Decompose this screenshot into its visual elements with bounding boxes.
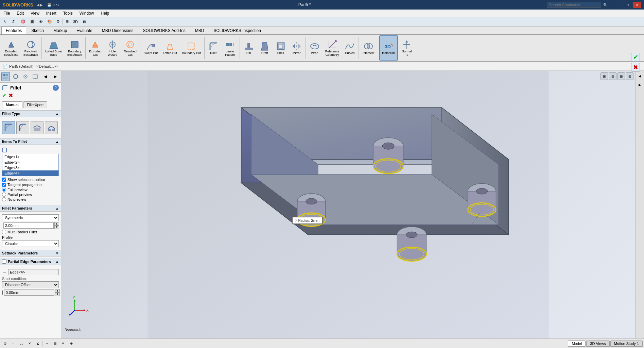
setback-parameters-section-header[interactable]: Setback Parameters ▼ (0, 250, 61, 256)
edge-list-item-1[interactable]: Edge<1> (2, 154, 58, 160)
fillet-parameters-section-header[interactable]: Fillet Parameters ▲ (0, 205, 61, 212)
minimize-button[interactable]: ─ (614, 2, 622, 8)
edge-list-item-4[interactable]: Edge<4> (2, 170, 58, 176)
another-btn-3[interactable]: ≡ (59, 340, 67, 347)
instant3d-button[interactable]: 3D Instant3D (379, 35, 398, 61)
radius-up-button[interactable]: ▲ (54, 222, 59, 226)
motion-study-1-tab[interactable]: Motion Study 1 (610, 341, 643, 347)
search-input[interactable] (547, 2, 601, 8)
intersect-button[interactable]: Intersect (360, 35, 377, 61)
maximize-button[interactable]: □ (624, 2, 632, 8)
toolbar-quick-access[interactable]: ◀ ▶ 💾 ↩ ↪ (37, 2, 59, 7)
section-view-btn[interactable]: ⊞ (64, 19, 70, 24)
menu-edit[interactable]: Edit (13, 10, 27, 16)
tab-mbd-dimensions[interactable]: MBD Dimensions (98, 27, 138, 34)
feature-manager-icon[interactable] (1, 72, 10, 81)
draft-button[interactable]: Draft (257, 35, 273, 61)
arc-btn[interactable]: ◡ (18, 340, 25, 347)
fillet-help-button[interactable]: ? (53, 85, 59, 91)
menu-insert[interactable]: Insert (43, 10, 60, 16)
multi-radius-checkbox[interactable] (2, 230, 6, 234)
right-panel-icon-1[interactable]: ◀ (636, 72, 644, 80)
config-manager-icon[interactable] (21, 72, 30, 81)
show-selection-toolbar-checkbox[interactable] (2, 178, 6, 182)
another-btn-2[interactable]: ⊞ (51, 340, 59, 347)
rib-button[interactable]: Rib (241, 35, 257, 61)
tab-features[interactable]: Features (1, 27, 26, 34)
partial-edge-input[interactable] (8, 269, 59, 275)
edge-list-item-2[interactable]: Edge<2> (2, 160, 58, 165)
tab-mbd[interactable]: MBD (191, 27, 209, 34)
wrap-button[interactable]: Wrap (307, 35, 323, 61)
extruded-boss-button[interactable]: ExtrudedBoss/Base (1, 35, 21, 61)
curves-button[interactable]: Curves (342, 35, 358, 61)
profile-select[interactable]: Circular (2, 240, 59, 247)
xmark-btn[interactable]: ✕ (26, 340, 33, 347)
menu-window[interactable]: Window (76, 10, 98, 16)
manual-tab[interactable]: Manual (2, 101, 22, 108)
menu-tools[interactable]: Tools (60, 10, 76, 16)
hole-wizard-button[interactable]: HoleWizard (104, 35, 121, 61)
3d-headup-btn[interactable]: 3D (71, 19, 80, 24)
distance-input[interactable] (4, 289, 54, 296)
boundary-cut-button[interactable]: Boundary Cut (180, 35, 203, 61)
full-preview-radio[interactable] (2, 188, 6, 192)
display-manager-icon[interactable] (31, 72, 40, 81)
property-manager-icon[interactable]: i (11, 72, 20, 81)
viewport[interactable]: ⊞ ⊟ ⊞ ⊞ (61, 71, 635, 338)
lofted-cut-button[interactable]: Lofted Cut (160, 35, 179, 61)
reference-geometry-button[interactable]: ReferenceGeometry (323, 35, 342, 61)
close-button[interactable]: ✕ (633, 2, 641, 8)
view-orient-btn[interactable]: 🎯 (19, 19, 27, 24)
items-to-fillet-section-header[interactable]: Items To Fillet ▲ (0, 138, 61, 145)
revolved-boss-button[interactable]: RevolvedBoss/Base (21, 35, 40, 61)
right-panel-icon-2[interactable]: ▶ (636, 81, 644, 88)
tab-markup[interactable]: Markup (49, 27, 71, 34)
menu-view[interactable]: View (27, 10, 43, 16)
partial-preview-radio[interactable] (2, 193, 6, 197)
start-condition-select[interactable]: Distance Offset (2, 281, 59, 288)
radius-input[interactable] (3, 222, 54, 229)
tab-solidworks-inspection[interactable]: SOLIDWORKS Inspection (209, 27, 265, 34)
angle-btn[interactable]: ∠ (34, 340, 41, 347)
tab-evaluate[interactable]: Evaluate (72, 27, 97, 34)
tab-sketch[interactable]: Sketch (27, 27, 48, 34)
another-btn-1[interactable]: ↔ (43, 340, 51, 347)
collapse-icon[interactable]: ◀ (41, 72, 50, 81)
view-display-btn[interactable]: 🔳 (28, 19, 36, 24)
face-fillet-button[interactable] (31, 121, 43, 134)
revolved-cut-button[interactable]: RevolvedCut (121, 35, 139, 61)
view-settings-btn[interactable]: ⚙ (55, 19, 62, 24)
swept-cut-button[interactable]: Swept Cut (141, 35, 160, 61)
mirror-button[interactable]: Mirror (289, 35, 304, 61)
check-ok-button[interactable]: ✔ (631, 53, 640, 62)
check-cancel-button[interactable]: ✖ (631, 63, 640, 72)
3d-views-tab[interactable]: 3D Views (586, 341, 609, 347)
boundary-boss-button[interactable]: BoundaryBoss/Base (65, 35, 84, 61)
menu-file[interactable]: File (0, 10, 13, 16)
lofted-boss-button[interactable]: Lofted Boss/Base (43, 35, 65, 61)
hide-show-btn[interactable]: 👁 (37, 19, 45, 24)
constant-size-fillet-button[interactable] (2, 121, 15, 134)
tab-solidworks-addins[interactable]: SOLIDWORKS Add-Ins (138, 27, 190, 34)
distance-down-button[interactable]: ▼ (55, 293, 60, 296)
no-preview-radio[interactable] (2, 197, 6, 201)
viewport-options-btn[interactable]: 🖥 (81, 19, 88, 24)
draw-line-btn[interactable]: ⊙ (1, 340, 9, 347)
full-round-fillet-button[interactable] (45, 121, 58, 134)
partial-edge-section-header[interactable]: Partial Edge Parameters ▲ (0, 258, 61, 265)
fillet-type-section-header[interactable]: Fillet Type ▲ (0, 110, 61, 117)
radius-down-button[interactable]: ▼ (54, 226, 59, 229)
ok-button[interactable]: ✔ (2, 92, 6, 99)
filletxpert-tab[interactable]: FilletXpert (23, 101, 48, 108)
cancel-button[interactable]: ✖ (8, 92, 13, 99)
distance-up-button[interactable]: ▲ (55, 289, 60, 293)
variable-size-fillet-button[interactable] (16, 121, 29, 134)
tangent-propagation-checkbox[interactable] (2, 183, 6, 187)
model-tab[interactable]: Model (568, 341, 586, 347)
edge-list-item-3[interactable]: Edge<3> (2, 165, 58, 170)
menu-help[interactable]: Help (98, 10, 113, 16)
partial-edge-checkbox[interactable] (2, 259, 6, 264)
select-tool-btn[interactable]: ↖ (1, 18, 8, 25)
extruded-cut-button[interactable]: ExtrudedCut (87, 35, 104, 61)
